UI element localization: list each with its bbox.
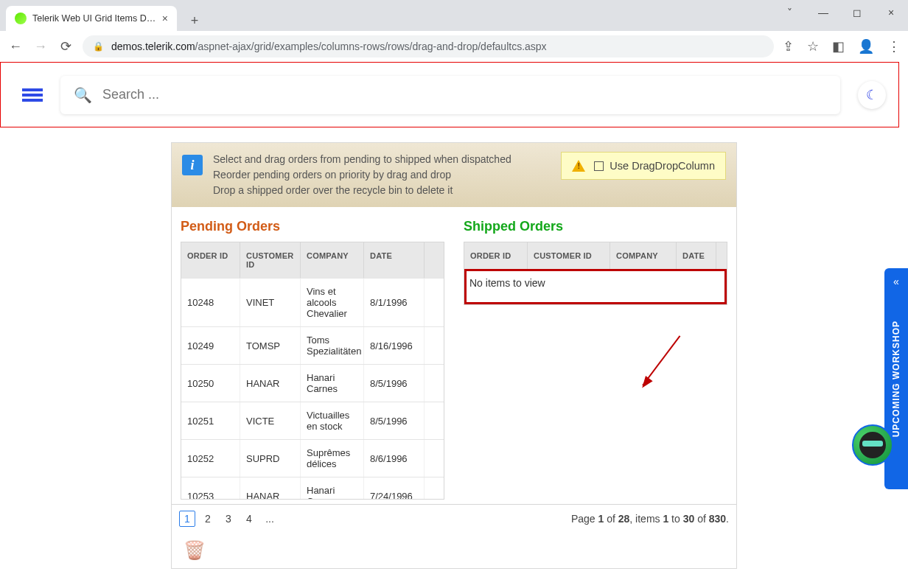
shipped-orders-section: Shipped Orders ORDER ID CUSTOMER ID COMP… <box>464 219 727 500</box>
bookmark-icon[interactable]: ☆ <box>807 38 819 55</box>
pending-orders-section: Pending Orders ORDER ID CUSTOMER ID COMP… <box>181 219 444 500</box>
drag-option-box: Use DragDropColumn <box>561 152 726 180</box>
pager-summary: Page 1 of 28, items 1 to 30 of 830. <box>571 513 729 525</box>
cell-cust: HANAR <box>240 477 301 499</box>
cell-comp: Suprêmes délices <box>301 440 364 477</box>
pager-ellipsis[interactable]: ... <box>262 511 278 527</box>
cell-order: 10248 <box>181 279 240 326</box>
back-button[interactable]: ← <box>7 38 24 55</box>
cell-order: 10253 <box>181 477 240 499</box>
window-dropdown-icon[interactable]: ˅ <box>772 0 806 25</box>
close-tab-icon[interactable]: × <box>162 13 168 24</box>
pager: 1234...Page 1 of 28, items 1 to 30 of 83… <box>172 504 736 533</box>
favicon-icon <box>15 13 27 24</box>
banner-text: Select and drag orders from pending to s… <box>213 152 551 198</box>
menu-icon[interactable] <box>22 86 43 104</box>
col-order-id[interactable]: ORDER ID <box>181 242 240 278</box>
cell-date: 8/5/1996 <box>364 365 425 402</box>
topbar: 🔍 ☾ <box>0 62 908 127</box>
search-input[interactable] <box>102 87 827 102</box>
trash-row: 🗑️ <box>172 533 736 568</box>
cell-cust: TOMSP <box>240 327 301 364</box>
col-company[interactable]: COMPANY <box>301 242 364 278</box>
cell-cust: VICTE <box>240 402 301 439</box>
window-close-icon[interactable]: × <box>874 0 908 25</box>
url-text: demos.telerik.com/aspnet-ajax/grid/examp… <box>111 41 547 52</box>
ninja-icon <box>859 432 886 458</box>
cell-order: 10249 <box>181 327 240 364</box>
pager-page-3[interactable]: 3 <box>220 511 237 527</box>
side-panel-label: UPCOMING WORKSHOP <box>891 321 901 437</box>
cell-date: 8/6/1996 <box>364 440 425 477</box>
pending-grid-body[interactable]: 10248VINETVins et alcools Chevalier8/1/1… <box>181 278 444 499</box>
search-box[interactable]: 🔍 <box>60 76 840 114</box>
page: 🔍 ☾ i Select and drag orders from pendin… <box>0 62 908 569</box>
cell-comp: Hanari Carnes <box>301 365 364 402</box>
cell-date: 8/1/1996 <box>364 279 425 326</box>
demo-panel: i Select and drag orders from pending to… <box>171 142 737 569</box>
reload-button[interactable]: ⟳ <box>57 38 74 55</box>
cell-order: 10250 <box>181 365 240 402</box>
cell-cust: HANAR <box>240 365 301 402</box>
instruction-banner: i Select and drag orders from pending to… <box>172 143 736 207</box>
cell-comp: Victuailles en stock <box>301 402 364 439</box>
col-order-id[interactable]: ORDER ID <box>464 242 528 269</box>
profile-icon[interactable]: 👤 <box>858 38 874 55</box>
cell-cust: SUPRD <box>240 440 301 477</box>
table-row[interactable]: 10248VINETVins et alcools Chevalier8/1/1… <box>181 278 444 326</box>
col-customer-id[interactable]: CUSTOMER ID <box>240 242 301 278</box>
search-icon: 🔍 <box>74 86 92 104</box>
lock-icon: 🔒 <box>93 41 104 52</box>
cell-order: 10252 <box>181 440 240 477</box>
chat-avatar-button[interactable] <box>852 424 893 466</box>
forward-button: → <box>32 38 49 55</box>
shipped-empty-message: No items to view <box>464 269 727 304</box>
browser-tab[interactable]: Telerik Web UI Grid Items Drag-a × <box>6 6 177 31</box>
kebab-menu-icon[interactable]: ⋮ <box>887 38 901 55</box>
pager-page-2[interactable]: 2 <box>200 511 216 527</box>
cell-cust: VINET <box>240 279 301 326</box>
col-date[interactable]: DATE <box>364 242 425 278</box>
table-row[interactable]: 10252SUPRDSuprêmes délices8/6/1996 <box>181 439 444 477</box>
cell-comp: Hanari Carnes <box>301 477 364 499</box>
cell-comp: Vins et alcools Chevalier <box>301 279 364 326</box>
new-tab-button[interactable]: + <box>184 10 205 31</box>
cell-date: 7/24/1996 <box>364 477 425 499</box>
table-row[interactable]: 10249TOMSPToms Spezialitäten8/16/1996 <box>181 326 444 364</box>
moon-icon: ☾ <box>866 87 878 103</box>
info-icon: i <box>182 155 203 175</box>
table-row[interactable]: 10250HANARHanari Carnes8/5/1996 <box>181 364 444 402</box>
chevron-left-icon: « <box>893 276 899 287</box>
shipped-grid: ORDER ID CUSTOMER ID COMPANY DATE No ite… <box>464 242 727 305</box>
trash-icon[interactable]: 🗑️ <box>184 540 206 560</box>
window-maximize-icon[interactable]: ◻ <box>840 0 874 25</box>
table-row[interactable]: 10253HANARHanari Carnes7/24/1996 <box>181 477 444 499</box>
warning-icon <box>572 160 585 172</box>
shipped-title: Shipped Orders <box>464 219 727 234</box>
pending-title: Pending Orders <box>181 219 444 234</box>
address-bar[interactable]: 🔒 demos.telerik.com/aspnet-ajax/grid/exa… <box>83 35 774 57</box>
cell-order: 10251 <box>181 402 240 439</box>
pager-page-4[interactable]: 4 <box>241 511 257 527</box>
pager-page-1[interactable]: 1 <box>179 511 195 527</box>
browser-chrome: Telerik Web UI Grid Items Drag-a × + ˅ —… <box>0 0 908 62</box>
table-row[interactable]: 10251VICTEVictuailles en stock8/5/1996 <box>181 402 444 439</box>
theme-toggle-button[interactable]: ☾ <box>858 81 886 109</box>
col-company[interactable]: COMPANY <box>610 242 677 269</box>
cell-comp: Toms Spezialitäten <box>301 327 364 364</box>
pending-grid: ORDER ID CUSTOMER ID COMPANY DATE 10248V… <box>181 242 444 500</box>
cell-date: 8/16/1996 <box>364 327 425 364</box>
share-icon[interactable]: ⇪ <box>783 38 794 55</box>
cell-date: 8/5/1996 <box>364 402 425 439</box>
window-minimize-icon[interactable]: — <box>806 0 840 25</box>
extensions-icon[interactable]: ◧ <box>832 38 845 55</box>
col-date[interactable]: DATE <box>677 242 716 269</box>
dragdrop-checkbox-label[interactable]: Use DragDropColumn <box>594 160 715 172</box>
checkbox-icon[interactable] <box>594 161 604 171</box>
pending-header-row: ORDER ID CUSTOMER ID COMPANY DATE <box>181 242 444 278</box>
tab-title: Telerik Web UI Grid Items Drag-a <box>32 13 156 24</box>
col-customer-id[interactable]: CUSTOMER ID <box>528 242 610 269</box>
shipped-header-row: ORDER ID CUSTOMER ID COMPANY DATE <box>464 242 727 269</box>
